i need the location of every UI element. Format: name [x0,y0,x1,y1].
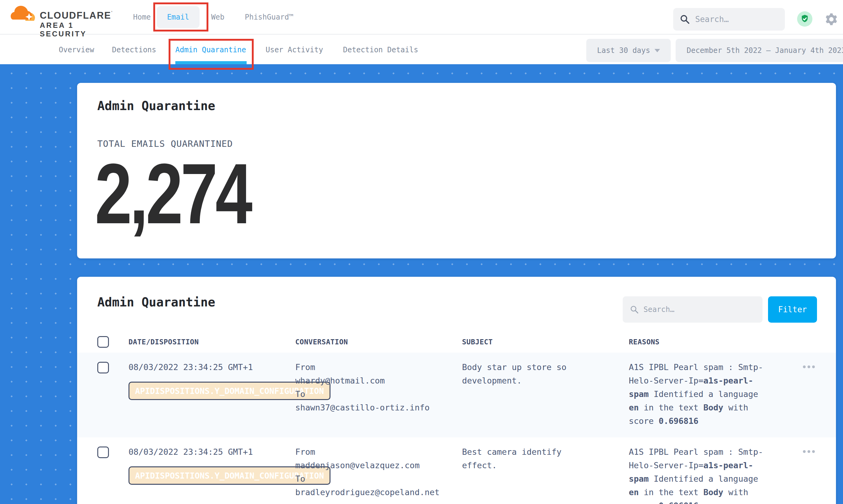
topnav-item-email[interactable]: Email [157,6,199,28]
topnav-item-phishguard[interactable]: PhishGuard™ [245,13,294,21]
select-all-checkbox[interactable] [97,336,109,348]
search-icon [630,305,638,314]
shield-check-icon [797,11,812,26]
brand-name: CLOUDFLARE’ [40,10,113,21]
topnav-item-web[interactable]: Web [211,13,224,21]
column-header-date: DATE/DISPOSITION [128,338,295,346]
row-checkbox[interactable] [97,447,109,458]
global-search-input[interactable]: Search… [673,8,785,31]
table-search-placeholder: Search… [644,305,674,314]
table-row: 08/03/2022 23:34:25 GMT+1 From maddenjas… [77,437,836,504]
brand-subtitle: AREA 1 SECURITY [40,21,113,38]
tab-detection-details[interactable]: Detection Details [343,46,418,54]
date-range-value[interactable]: December 5th 2022 — January 4th 2023 [675,39,843,62]
date-range-select-label: Last 30 days [597,46,650,55]
email-sub-nav: Overview Detections Admin Quarantine Use… [0,35,843,64]
row-menu-button[interactable] [803,365,815,368]
row-from-email: maddenjason@velazquez.com [295,461,420,470]
summary-card: Admin Quarantine TOTAL EMAILS QUARANTINE… [77,83,836,258]
row-subject: Body star up store so development. [462,361,603,428]
row-menu-button[interactable] [803,450,815,453]
table-header-row: DATE/DISPOSITION CONVERSATION SUBJECT RE… [77,331,836,353]
search-icon [680,14,690,24]
column-header-reasons: REASONS [629,338,795,346]
tab-overview[interactable]: Overview [59,46,94,54]
column-header-conversation: CONVERSATION [295,338,462,346]
active-tab-indicator [175,61,247,64]
row-checkbox[interactable] [97,362,109,373]
table-body: 08/03/2022 23:34:25 GMT+1 From whardy@ho… [77,353,836,504]
gear-icon [824,12,838,26]
table-card-title: Admin Quarantine [97,295,215,309]
row-conversation: From maddenjason@velazquez.com To bradle… [295,445,462,504]
row-reasons: A1S IPBL Pearl spam : Smtp-Helo-Server-I… [629,361,783,428]
trademark-mark: ’ [111,10,113,15]
topnav-item-home[interactable]: Home [133,13,151,21]
table-search-input[interactable]: Search… [623,296,762,323]
global-search-placeholder: Search… [695,15,729,24]
metric-value: 2,274 [95,151,250,236]
page: CLOUDFLARE’ AREA 1 SECURITY Home Email W… [0,0,843,504]
row-to-email: shawn37@castillo-ortiz.info [295,403,429,412]
cloudflare-logo-icon [11,4,39,23]
row-reasons: A1S IPBL Pearl spam : Smtp-Helo-Server-I… [629,445,783,504]
row-from-email: whardy@hotmail.com [295,376,385,385]
filter-button[interactable]: Filter [768,296,817,323]
brand-logo: CLOUDFLARE’ AREA 1 SECURITY [9,2,113,32]
date-range-select[interactable]: Last 30 days [586,39,671,62]
top-bar: CLOUDFLARE’ AREA 1 SECURITY Home Email W… [0,0,843,35]
tab-user-activity[interactable]: User Activity [266,46,323,54]
tab-admin-quarantine[interactable]: Admin Quarantine [175,46,246,54]
row-conversation: From whardy@hotmail.com To shawn37@casti… [295,361,462,428]
quarantine-table-card: Admin Quarantine Search… Filter DATE/DIS… [77,277,836,504]
table-row: 08/03/2022 23:34:25 GMT+1 From whardy@ho… [77,353,836,437]
protection-status-badge[interactable] [797,11,812,28]
row-to-email: bradleyrodriguez@copeland.net [295,487,439,497]
row-subject: Best camera identify effect. [462,445,603,504]
column-header-subject: SUBJECT [462,338,629,346]
tab-detections[interactable]: Detections [112,46,156,54]
settings-button[interactable] [824,12,838,28]
caret-down-icon [654,49,660,52]
summary-card-title: Admin Quarantine [97,99,215,113]
